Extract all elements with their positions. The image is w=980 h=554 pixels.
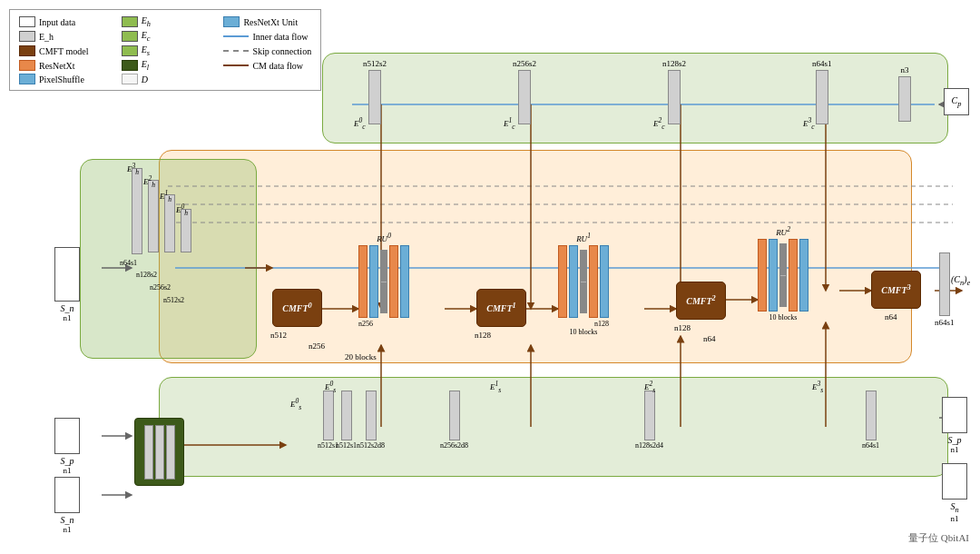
eh2-label: E2h xyxy=(143,174,155,189)
legend-eh: Eh xyxy=(122,15,210,28)
legend-skip: Skip connection xyxy=(223,45,311,57)
legend-es-label: Es xyxy=(142,45,150,57)
legend-input-icon xyxy=(19,16,35,27)
cmft0-label: CMFT0 xyxy=(282,302,312,313)
es0-text: E0s xyxy=(325,380,336,394)
ec2-label: E2c xyxy=(653,116,665,131)
es-n128s2d4-bar xyxy=(644,391,655,440)
n3-block: n3 xyxy=(898,65,911,122)
es-n512s2d8-bar xyxy=(366,391,377,440)
legend-el-label: El xyxy=(142,59,149,72)
sn-bot-bar xyxy=(54,477,80,513)
es1-text: E1s xyxy=(490,380,501,394)
eh0-label: E0h xyxy=(176,203,188,217)
sn-bot-block: S_n n1 xyxy=(54,477,80,534)
legend-conv: E_h xyxy=(19,30,107,43)
ru1-bar2 xyxy=(569,245,578,318)
legend-pixelshuffle-label: PixelShuffle xyxy=(39,74,84,84)
region-es-encoder xyxy=(159,377,948,477)
cmft2-n64: n64 xyxy=(703,334,716,343)
legend: Input data Eh ResNetXt Unit E_h Ec Inner… xyxy=(9,9,321,91)
legend-cmft: CMFT model xyxy=(19,45,107,57)
es-n512s1b-block: n512s1 xyxy=(336,391,357,450)
ru1-bars: ··· xyxy=(558,245,609,318)
eh1-label: E1h xyxy=(160,189,172,203)
es-n64s1-label: n64s1 xyxy=(862,441,879,450)
legend-inner-flow: Inner data flow xyxy=(223,30,311,43)
ec-n128s2-block: n128s2 xyxy=(662,59,686,124)
legend-inner-flow-label: Inner data flow xyxy=(252,32,308,42)
output-bar: n64s1 xyxy=(935,252,955,327)
ru0-bar3 xyxy=(389,245,398,318)
es0-label: E0s xyxy=(290,397,301,411)
es-n64s1-block: n64s1 xyxy=(862,391,879,450)
legend-inner-flow-icon xyxy=(223,35,249,37)
legend-el-icon xyxy=(122,60,138,71)
cn-output-label: (Cn)e xyxy=(951,274,970,287)
sn-right-block: Sn n1 xyxy=(942,463,967,523)
sp-bot-block: S_p n1 xyxy=(54,418,80,475)
es-n256s2d8-label: n256s2d8 xyxy=(440,441,468,450)
cmft0-n256: n256 xyxy=(309,341,325,351)
el-bar3 xyxy=(166,425,175,480)
legend-ec: Ec xyxy=(122,30,210,43)
sp-right-label: S_p xyxy=(948,435,962,445)
es-n128s2d4-block: n128s2d4 xyxy=(635,391,663,450)
ru1-label: RU1 xyxy=(558,232,609,243)
ec-n512s2-bar xyxy=(368,70,381,124)
sn-right-label: Sn xyxy=(950,501,958,514)
el-bar1 xyxy=(144,425,153,480)
cmft2-label: CMFT2 xyxy=(686,294,716,306)
ec-n64s1-label: n64s1 xyxy=(812,59,832,68)
ru1-dots: ··· xyxy=(580,250,587,313)
es-n64s1-bar xyxy=(866,391,877,440)
ru0-bars: ··· xyxy=(358,245,409,318)
ru1-bar4 xyxy=(600,245,609,318)
sn-bot-label: S_n xyxy=(61,515,74,525)
cmft0-n512: n512 xyxy=(270,331,287,340)
legend-conv-label: E_h xyxy=(39,32,54,42)
ru1-bar1 xyxy=(558,245,567,318)
legend-el: El xyxy=(122,59,210,72)
es2-text: E2s xyxy=(644,380,655,394)
cmft3-box: CMFT3 xyxy=(871,271,921,309)
sp-bot-n1: n1 xyxy=(64,466,72,475)
sn-right-n1: n1 xyxy=(951,514,959,523)
cmft1-box: CMFT1 xyxy=(476,289,526,327)
es0-group: E0s xyxy=(290,397,301,411)
eh3-block xyxy=(132,168,142,254)
eh2-size: n128s2 xyxy=(136,271,157,279)
ru2-bars: ··· xyxy=(758,239,808,312)
ec-n256s2-block: n256s2 xyxy=(513,59,536,124)
legend-skip-label: Skip connection xyxy=(252,46,311,56)
ec-n128s2-bar xyxy=(668,70,681,124)
ru0-n256: n256 xyxy=(358,320,409,328)
sn-right-bar xyxy=(942,463,967,500)
diagram: Input data Eh ResNetXt Unit E_h Ec Inner… xyxy=(0,0,980,554)
legend-cmft-label: CMFT model xyxy=(39,46,89,56)
legend-cm-flow-label: CM data flow xyxy=(252,61,303,71)
output-bar-rect xyxy=(939,252,950,316)
ru2-label: RU2 xyxy=(758,225,808,237)
cmft0-box: CMFT0 xyxy=(272,289,322,327)
ru0-bar4 xyxy=(400,245,409,318)
ec3-label: E3c xyxy=(803,116,815,131)
eh3-bar xyxy=(132,168,142,254)
ec-n512s2-block: n512s2 xyxy=(363,59,387,124)
output-n64s1: n64s1 xyxy=(935,318,955,327)
legend-d-label: D xyxy=(142,74,148,84)
cmft2-box: CMFT2 xyxy=(676,282,726,320)
legend-resnetxt: ResNetXt xyxy=(19,59,107,72)
cmft2-n128: n128 xyxy=(674,323,691,332)
es-n512s1-bar xyxy=(323,391,334,440)
es-n256s2d8-bar xyxy=(449,391,460,440)
n3-label: n3 xyxy=(901,65,909,74)
es-n512s2d8-block: n512s2d8 xyxy=(357,391,385,450)
cmft3-label: CMFT3 xyxy=(881,283,911,295)
legend-input-label: Input data xyxy=(39,17,75,27)
legend-resnetxt-icon xyxy=(19,60,35,71)
es-n512s1b-bar xyxy=(341,391,352,440)
ru0-bar1 xyxy=(358,245,368,318)
ec1-label: E1c xyxy=(504,116,515,131)
legend-input: Input data xyxy=(19,15,107,28)
